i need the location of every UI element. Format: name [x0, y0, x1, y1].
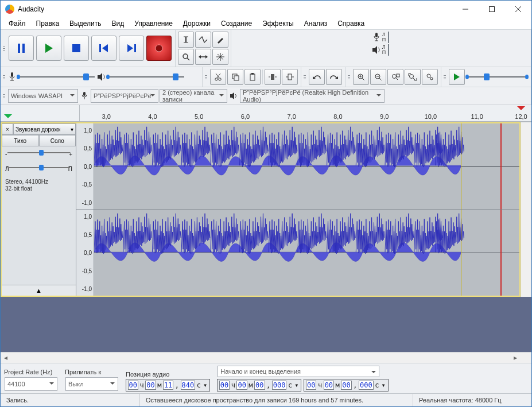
stop-button[interactable] [64, 36, 89, 61]
toolbar-row-1: ЛП -57-54-51-48-45-42-39-36-33-30-27-24-… [1, 29, 531, 67]
grip-icon[interactable] [3, 68, 6, 86]
silence-button[interactable] [282, 69, 298, 85]
grip-icon[interactable] [444, 68, 447, 86]
menu-generate[interactable]: Создание [216, 18, 257, 29]
trim-button[interactable] [265, 69, 281, 85]
skip-end-button[interactable] [119, 36, 144, 61]
svg-marker-71 [230, 92, 234, 99]
multi-tool[interactable] [212, 49, 228, 65]
svg-rect-11 [134, 44, 136, 52]
status-bar: Запись. Оставшееся дисковое пространство… [1, 393, 531, 406]
scroll-left-button[interactable]: ◂ [1, 353, 11, 362]
project-rate-combo[interactable]: 44100 [5, 377, 57, 391]
recording-meter[interactable]: -57-54-51-48-45-42-39-36-33-30-27-24-21-… [388, 32, 389, 43]
track-control-panel[interactable]: × Звуковая дорожка▾ Тихо Соло -+ ЛП Ster… [2, 123, 76, 296]
titlebar[interactable]: Audacity [1, 1, 531, 18]
ruler-scale[interactable]: 3,0 4,0 5,0 6,0 7,0 8,0 9,0 10,0 11,0 12… [80, 105, 521, 121]
recording-volume-slider[interactable] [17, 72, 97, 82]
zoom-in-button[interactable] [353, 69, 369, 85]
fit-project-button[interactable] [405, 69, 421, 85]
pause-button[interactable] [9, 36, 34, 61]
grip-icon[interactable] [3, 88, 6, 103]
track-menu-button[interactable]: Звуковая дорожка▾ [13, 123, 76, 135]
playback-device-combo[interactable]: Р”РёРЅР°РјРёРєРё (Realtek High Definitio… [240, 89, 385, 103]
svg-point-12 [156, 45, 162, 52]
zoom-toggle-button[interactable] [422, 69, 438, 85]
status-disk: Оставшееся дисковое пространство для зап… [140, 394, 413, 406]
cut-button[interactable] [210, 69, 226, 85]
menu-help[interactable]: Справка [333, 18, 369, 29]
selection-end-display[interactable]: 00ч 00м 00, 000с▾ [304, 379, 388, 392]
snap-to-combo[interactable]: Выкл [65, 377, 118, 391]
track-close-button[interactable]: × [2, 123, 13, 135]
copy-button[interactable] [227, 69, 243, 85]
svg-point-59 [410, 75, 414, 79]
waveform-right[interactable] [94, 210, 519, 296]
minimize-button[interactable] [452, 1, 479, 18]
grip-icon[interactable] [304, 68, 307, 86]
play-at-speed-button[interactable] [449, 69, 465, 85]
track-collapse-button[interactable]: ▲ [2, 285, 76, 296]
svg-point-16 [183, 54, 188, 59]
menu-analyze[interactable]: Анализ [300, 18, 332, 29]
svg-rect-8 [99, 44, 101, 52]
scroll-right-button[interactable]: ▸ [510, 353, 521, 362]
menu-effects[interactable]: Эффекты [258, 18, 298, 29]
selection-mode-combo[interactable]: Начало и конец выделения [218, 366, 379, 377]
mute-button[interactable]: Тихо [2, 135, 39, 146]
playback-speed-slider[interactable] [465, 72, 529, 82]
close-button[interactable] [505, 1, 531, 18]
audio-position-display[interactable]: 00ч 00м 11, 840с▾ [126, 379, 210, 392]
recording-channels-combo[interactable]: 2 (стерео) канала записи [160, 89, 227, 103]
record-button[interactable] [146, 36, 172, 61]
undo-button[interactable] [309, 69, 325, 85]
maximize-button[interactable] [479, 1, 505, 18]
device-toolbar: Windows WASAPI Р”РёРЅР°РјРёРєРё 2 (стере… [1, 87, 531, 105]
zoom-tool[interactable] [178, 49, 194, 65]
redo-button[interactable] [326, 69, 342, 85]
audio-host-combo[interactable]: Windows WASAPI [8, 89, 78, 103]
zoom-out-button[interactable] [370, 69, 386, 85]
svg-rect-40 [251, 73, 254, 75]
menu-view[interactable]: Вид [107, 18, 129, 29]
svg-line-57 [396, 78, 398, 80]
draw-tool[interactable] [212, 32, 228, 48]
solo-button[interactable]: Соло [39, 135, 76, 146]
playback-meter[interactable]: -57-54-51-48-45-42-39-36-33-30-27-24-21-… [388, 44, 389, 56]
track-format-info: Stereo, 44100Hz 32-bit float [2, 176, 76, 195]
menu-tracks[interactable]: Дорожки [178, 18, 215, 29]
pan-slider[interactable]: ЛП [2, 161, 76, 176]
play-button[interactable] [36, 36, 61, 61]
gain-slider[interactable]: -+ [2, 146, 76, 161]
recording-device-combo[interactable]: Р”РёРЅР°РјРёРєРё [91, 89, 158, 103]
grip-icon[interactable] [348, 68, 351, 86]
svg-rect-5 [22, 44, 25, 53]
vertical-scrollbar[interactable] [521, 122, 531, 297]
menubar: Файл Правка Выделить Вид Управление Доро… [1, 18, 531, 29]
grip-icon[interactable] [3, 31, 6, 65]
timeshift-tool[interactable] [195, 49, 211, 65]
selection-tool[interactable] [178, 32, 194, 48]
window-title: Audacity [18, 5, 452, 13]
rec-meter-channel-labels: ЛП [382, 32, 386, 42]
vertical-scale[interactable]: 1,0 0,5 0,0 -0,5 -1,0 [76, 210, 94, 296]
menu-select[interactable]: Выделить [65, 18, 106, 29]
waveform-left[interactable] [94, 123, 519, 210]
horizontal-scrollbar[interactable]: ◂ ▸ [1, 352, 531, 363]
menu-transport[interactable]: Управление [130, 18, 177, 29]
menu-file[interactable]: Файл [4, 18, 30, 29]
vertical-scale[interactable]: 1,0 0,5 0,0 -0,5 -1,0 [76, 123, 94, 210]
paste-button[interactable] [244, 69, 261, 85]
status-actual-rate: Реальная частота: 48000 Гц [413, 394, 531, 406]
envelope-tool[interactable] [195, 32, 211, 48]
quickplay-marker-icon[interactable] [4, 114, 12, 122]
svg-rect-4 [18, 44, 20, 53]
skip-start-button[interactable] [91, 36, 117, 61]
selection-start-display[interactable]: 00ч 00м 00, 000с▾ [217, 379, 301, 392]
fit-selection-button[interactable] [387, 69, 403, 85]
audio-track: × Звуковая дорожка▾ Тихо Соло -+ ЛП Ster… [1, 122, 521, 297]
menu-edit[interactable]: Правка [32, 18, 64, 29]
timeline-ruler[interactable]: 3,0 4,0 5,0 6,0 7,0 8,0 9,0 10,0 11,0 12… [1, 105, 531, 122]
playback-volume-slider[interactable] [106, 72, 187, 82]
grip-icon[interactable] [205, 68, 208, 86]
